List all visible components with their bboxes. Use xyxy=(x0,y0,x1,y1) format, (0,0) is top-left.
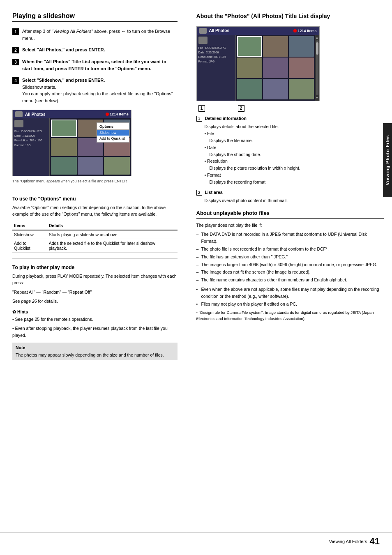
red-dot-icon xyxy=(106,113,109,116)
step-num-1: 1 xyxy=(12,28,19,35)
info-desc-2: Displays overall photo content in thumbn… xyxy=(196,197,384,204)
step-num-4: 4 xyxy=(12,77,19,84)
unplayable-bullet-5: The image does not fit the screen (the i… xyxy=(196,269,384,276)
thumb-7 xyxy=(51,157,77,175)
option-slideshow[interactable]: Slideshow xyxy=(97,130,129,136)
thumb-1 xyxy=(51,120,77,137)
unplayable-bullets: The DATA DVD is not recorded in a JPEG f… xyxy=(196,231,384,283)
right-thumb-9 xyxy=(289,79,314,99)
thumb-8 xyxy=(78,157,104,175)
info-date-desc: Displays the shooting date. xyxy=(196,151,384,158)
right-thumbs xyxy=(236,35,315,101)
footer-text: Viewing All Folders xyxy=(329,539,367,544)
right-thumb-8 xyxy=(263,79,288,99)
hint-1: • See page 25 for the remote's operation… xyxy=(12,316,178,322)
section-title: Playing a slideshow xyxy=(12,12,178,22)
right-file-info-text: File : DSC00434.JPG Date: 7/23/2006 Reso… xyxy=(198,46,226,63)
unplayable-footnote: * "Design rule for Camera File system": … xyxy=(196,310,384,322)
screenshot-caption: The "Options" menu appears when you sele… xyxy=(12,179,178,184)
hints-title: ✿ Hints xyxy=(12,309,178,314)
left-screenshot: All Photos 1214 Items File : DSC00434.JP… xyxy=(12,110,131,176)
divider-1 xyxy=(12,190,178,190)
right-count-text: 1214 Items xyxy=(297,29,316,33)
options-table: Items Details Slideshow Starts playing a… xyxy=(12,221,178,253)
screenshot-file-info: File : DSC00434.JPG Date: 7/23/2006 Reso… xyxy=(13,118,50,176)
info-num-2: 2 xyxy=(196,190,202,196)
info-date-bullet: • Date xyxy=(196,144,384,151)
info-resolution-desc: Displays the picture resolution in width… xyxy=(196,165,384,172)
table-cell-slideshow-item: Slideshow xyxy=(12,230,47,239)
step-num-3: 3 xyxy=(12,59,19,65)
unplayable-dot-1: Even when the above are not applicable, … xyxy=(196,286,384,300)
info-title-2: List area xyxy=(205,190,222,195)
right-screenshot: All Photos 1214 Items File : DSC00434.JP… xyxy=(196,26,320,101)
table-header-details: Details xyxy=(47,221,178,230)
right-thumb-7 xyxy=(237,79,262,99)
scrollbar-track xyxy=(316,40,318,95)
note-text: The photos may appear slowly depending o… xyxy=(16,352,174,359)
right-thumb-5 xyxy=(263,58,288,78)
page-number: 41 xyxy=(370,536,380,547)
unplayable-bullet-3: The file has an extension other than ".J… xyxy=(196,253,384,260)
info-list-area: 2 List area xyxy=(196,189,384,196)
right-screenshot-body: File : DSC00434.JPG Date: 7/23/2006 Reso… xyxy=(197,35,319,101)
info-num-1: 1 xyxy=(196,116,202,122)
right-screenshot-title: All Photos xyxy=(209,28,229,33)
right-thumb-3 xyxy=(289,36,314,57)
unplayable-bullet-4: The image is larger than 4096 (width) × … xyxy=(196,261,384,268)
numbered-labels: 1 2 xyxy=(198,105,384,112)
right-red-dot xyxy=(293,29,297,32)
right-screenshot-count: 1214 Items xyxy=(293,29,316,33)
table-cell-quicklist-item: Add to Quicklist xyxy=(12,239,47,253)
screenshot-inner: All Photos 1214 Items File : DSC00434.JP… xyxy=(13,110,131,176)
info-desc-1: Displays details about the selected file… xyxy=(196,123,384,130)
sidebar-tab: Viewing Photo Files xyxy=(383,123,392,197)
table-header-items: Items xyxy=(12,221,47,230)
table-row: Slideshow Starts playing a slideshow as … xyxy=(12,230,178,239)
right-main-title: About the "Photos" (All Photos) Title Li… xyxy=(196,12,384,21)
options-section-title: To use the "Options" menu xyxy=(12,196,178,202)
right-thumb-1 xyxy=(237,36,262,57)
right-cam-icon xyxy=(198,37,208,44)
screenshot-thumbs: Options Slideshow Add to Quicklist xyxy=(50,118,131,176)
unplayable-intro: The player does not play the file if: xyxy=(196,222,384,228)
label-1: 1 xyxy=(198,105,205,112)
right-column: About the "Photos" (All Photos) Title Li… xyxy=(186,12,384,543)
play-mode-text2: "Repeat All" — "Random" — "Repeat Off" xyxy=(12,289,178,295)
screenshot-title: All Photos xyxy=(25,112,45,117)
unplayable-bullet-2: The photo file is not recorded in a form… xyxy=(196,246,384,253)
step-1: 1 After step 3 of "Viewing All Folders" … xyxy=(12,28,178,41)
info-file-desc: Displays the file name. xyxy=(196,137,384,144)
options-table-container: Items Details Slideshow Starts playing a… xyxy=(12,221,178,253)
cam-icon xyxy=(14,120,23,127)
divider-2 xyxy=(12,258,178,259)
step-3: 3 When the "All Photos" Title List appea… xyxy=(12,58,178,72)
unplayable-bullet-1: The DATA DVD is not recorded in a JPEG f… xyxy=(196,231,384,245)
hints-icon: ✿ xyxy=(12,309,16,314)
page-footer: Viewing All Folders 41 xyxy=(0,532,392,547)
play-mode-title: To play in other play mode xyxy=(12,265,178,270)
thumb-9 xyxy=(104,157,130,175)
step-num-2: 2 xyxy=(12,47,19,53)
unplayable-bullet-6: The file name contains characters other … xyxy=(196,276,384,283)
step-text-2: Select "All Photos," and press ENTER. xyxy=(22,46,178,53)
about-unplayable: About unplayable photo files The player … xyxy=(196,210,384,322)
right-screenshot-header: All Photos 1214 Items xyxy=(197,27,319,35)
hint-2: • Even after stopping playback, the play… xyxy=(12,325,178,339)
scrollbar-thumb xyxy=(316,42,318,55)
note-box: Note The photos may appear slowly depend… xyxy=(12,343,178,361)
count-text: 1214 Items xyxy=(110,112,129,116)
screenshot-count: 1214 Items xyxy=(106,112,129,116)
right-thumb-4 xyxy=(237,58,262,78)
info-format-bullet: • Format xyxy=(196,172,384,179)
right-thumb-6 xyxy=(289,58,314,78)
about-title: About unplayable photo files xyxy=(196,210,384,219)
play-mode-text3: See page 26 for details. xyxy=(12,298,178,304)
option-add-quicklist[interactable]: Add to Quicklist xyxy=(97,136,129,141)
info-detailed: 1 Detailed information xyxy=(196,115,384,122)
screenshot-body: File : DSC00434.JPG Date: 7/23/2006 Reso… xyxy=(13,118,131,176)
right-scrollbar: ▲ ▼ xyxy=(315,35,319,101)
options-overlay: Options Slideshow Add to Quicklist xyxy=(97,122,129,143)
info-format-desc: Displays the recording format. xyxy=(196,179,384,186)
right-file-info: File : DSC00434.JPG Date: 7/23/2006 Reso… xyxy=(197,35,236,101)
